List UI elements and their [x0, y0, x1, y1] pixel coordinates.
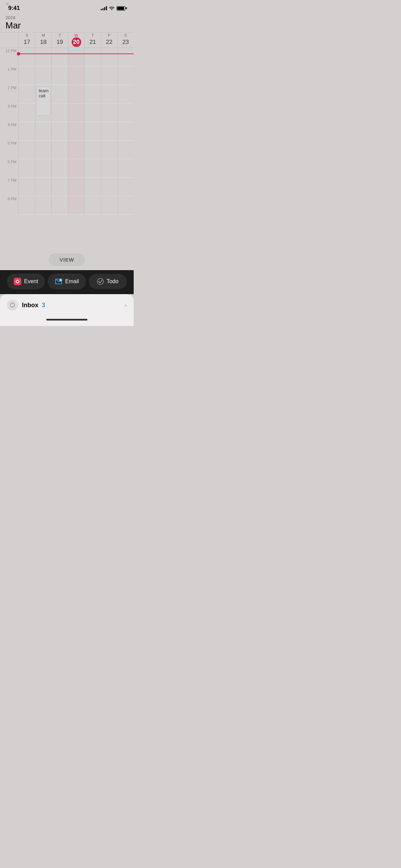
cell-18-5[interactable] [35, 141, 51, 159]
cell-17-6[interactable] [19, 159, 35, 178]
time-label-3pm: 3 PM [8, 104, 16, 108]
cell-23-2[interactable] [118, 85, 134, 104]
day-col-21[interactable] [84, 48, 101, 215]
day-col-17[interactable] [19, 48, 35, 215]
current-time-line [19, 52, 134, 56]
cell-23-1[interactable] [118, 67, 134, 85]
cell-18-6[interactable] [35, 159, 51, 178]
cell-20-1[interactable] [68, 67, 84, 85]
cell-20-5[interactable] [68, 141, 84, 159]
cell-21-6[interactable] [85, 159, 101, 178]
cell-17-4[interactable] [19, 122, 35, 141]
cell-17-1[interactable] [19, 67, 35, 85]
cell-17-3[interactable] [19, 104, 35, 122]
cell-17-12[interactable] [19, 48, 35, 67]
email-button[interactable]: Email [48, 274, 86, 289]
cell-21-1[interactable] [85, 67, 101, 85]
cell-20-8[interactable] [68, 196, 84, 215]
time-gutter: 12 PM 1 PM 2 PM 3 PM 4 PM 5 PM 6 PM 7 PM [0, 48, 19, 215]
cell-23-6[interactable] [118, 159, 134, 178]
cell-23-4[interactable] [118, 122, 134, 141]
day-col-19[interactable] [51, 48, 68, 215]
cell-19-8[interactable] [52, 196, 68, 215]
cell-19-7[interactable] [52, 178, 68, 196]
day-col-fri[interactable]: F 22 [101, 33, 117, 48]
cell-21-4[interactable] [85, 122, 101, 141]
cell-23-12[interactable] [118, 48, 134, 67]
cell-21-5[interactable] [85, 141, 101, 159]
cell-19-6[interactable] [52, 159, 68, 178]
cell-19-5[interactable] [52, 141, 68, 159]
cell-17-5[interactable] [19, 141, 35, 159]
cell-22-5[interactable] [101, 141, 117, 159]
day-col-tue[interactable]: T 19 [51, 33, 68, 48]
event-new-team[interactable]: new team [69, 48, 84, 49]
cell-20-2[interactable] [68, 85, 84, 104]
cell-19-3[interactable] [52, 104, 68, 122]
cell-22-3[interactable] [101, 104, 117, 122]
time-label-1pm: 1 PM [8, 67, 16, 71]
cell-20-3[interactable] [68, 104, 84, 122]
day-col-23[interactable] [117, 48, 134, 215]
cell-18-7[interactable] [35, 178, 51, 196]
day-col-sat[interactable]: S 23 [117, 33, 134, 48]
cell-22-8[interactable] [101, 196, 117, 215]
cell-21-3[interactable] [85, 104, 101, 122]
day-col-wed[interactable]: W 20 [68, 33, 84, 48]
event-team-call[interactable]: team call [36, 86, 50, 116]
cell-19-4[interactable] [52, 122, 68, 141]
cell-19-2[interactable] [52, 85, 68, 104]
event-button[interactable]: Event [7, 274, 45, 289]
calendar-scroll-area[interactable]: 12 PM 1 PM 2 PM 3 PM 4 PM 5 PM 6 PM 7 PM [0, 48, 134, 270]
time-12pm: 12 PM [0, 48, 19, 67]
cell-21-12[interactable] [85, 48, 101, 67]
current-time-bar [20, 53, 134, 54]
cell-21-8[interactable] [85, 196, 101, 215]
cell-18-1[interactable] [35, 67, 51, 85]
email-label: Email [65, 278, 79, 285]
day-col-mon[interactable]: M 18 [35, 33, 51, 48]
cell-23-7[interactable] [118, 178, 134, 196]
cell-19-12[interactable] [52, 48, 68, 67]
day-name-tue: T [59, 33, 61, 37]
cell-17-8[interactable] [19, 196, 35, 215]
cell-22-2[interactable] [101, 85, 117, 104]
cell-22-6[interactable] [101, 159, 117, 178]
todo-button[interactable]: Todo [89, 274, 127, 289]
cell-22-7[interactable] [101, 178, 117, 196]
inbox-bar[interactable]: Inbox 3 › [0, 294, 134, 316]
cell-22-1[interactable] [101, 67, 117, 85]
cell-18-4[interactable] [35, 122, 51, 141]
day-col-22[interactable] [101, 48, 117, 215]
inbox-label-text: Inbox [22, 302, 38, 309]
inbox-chevron-icon: › [125, 302, 127, 309]
days-grid: team call [19, 48, 134, 215]
day-name-wed: W [74, 33, 78, 37]
cell-20-7[interactable] [68, 178, 84, 196]
cell-23-5[interactable] [118, 141, 134, 159]
cell-22-4[interactable] [101, 122, 117, 141]
day-col-thu[interactable]: T 21 [84, 33, 101, 48]
cell-23-8[interactable] [118, 196, 134, 215]
cell-19-1[interactable] [52, 67, 68, 85]
day-name-sat: S [124, 33, 127, 37]
cell-20-6[interactable] [68, 159, 84, 178]
calendar-body: 12 PM 1 PM 2 PM 3 PM 4 PM 5 PM 6 PM 7 PM [0, 48, 134, 215]
cell-18-8[interactable] [35, 196, 51, 215]
cell-22-12[interactable] [101, 48, 117, 67]
home-bar [46, 319, 87, 321]
cell-18-12[interactable] [35, 48, 51, 67]
cell-17-2[interactable] [19, 85, 35, 104]
cell-20-4[interactable] [68, 122, 84, 141]
cell-21-7[interactable] [85, 178, 101, 196]
view-button[interactable]: VIEW [49, 253, 85, 266]
cell-20-12[interactable] [68, 48, 84, 67]
cell-23-3[interactable] [118, 104, 134, 122]
cell-21-2[interactable] [85, 85, 101, 104]
cell-17-7[interactable] [19, 178, 35, 196]
day-col-sun[interactable]: S 17 [19, 33, 35, 48]
day-col-20[interactable]: Contac new team [68, 48, 84, 215]
day-col-18[interactable]: team call [35, 48, 51, 215]
battery-icon [117, 6, 125, 11]
collapse-icon[interactable]: × [5, 1, 9, 8]
